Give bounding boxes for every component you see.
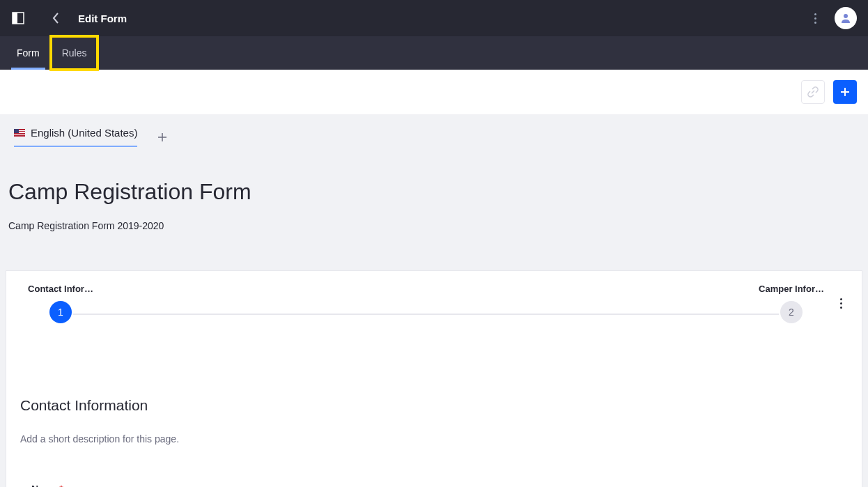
section-description[interactable]: Add a short description for this page. bbox=[20, 433, 848, 445]
svg-rect-1 bbox=[13, 13, 17, 24]
form-card: Contact Infor… 1 Camper Infor… 2 Contact… bbox=[6, 270, 862, 487]
step-2[interactable]: Camper Infor… 2 bbox=[757, 284, 826, 323]
plus-icon bbox=[839, 86, 851, 98]
link-icon bbox=[807, 86, 819, 98]
add-language-button[interactable] bbox=[154, 129, 171, 146]
toolbar bbox=[0, 70, 868, 114]
link-button[interactable] bbox=[801, 80, 825, 104]
more-vertical-icon bbox=[840, 298, 842, 309]
required-indicator: * bbox=[59, 484, 63, 487]
add-button[interactable] bbox=[833, 80, 857, 104]
page-title: Edit Form bbox=[78, 13, 127, 24]
step-circle: 1 bbox=[49, 301, 72, 323]
header-more-button[interactable] bbox=[801, 4, 829, 32]
flag-icon-us bbox=[14, 129, 25, 137]
language-tab-english[interactable]: English (United States) bbox=[14, 127, 137, 147]
tab-rules[interactable]: Rules bbox=[51, 36, 98, 70]
field-label-text: Name bbox=[31, 484, 58, 487]
step-connector bbox=[73, 314, 779, 315]
language-label: English (United States) bbox=[31, 127, 137, 139]
language-tabs: English (United States) bbox=[6, 114, 862, 147]
step-label: Camper Infor… bbox=[759, 284, 824, 294]
tabs-bar: Form Rules bbox=[0, 36, 868, 70]
section-title[interactable]: Contact Information bbox=[20, 397, 848, 414]
back-button[interactable] bbox=[42, 4, 70, 32]
step-1[interactable]: Contact Infor… 1 bbox=[26, 284, 95, 323]
plus-icon bbox=[157, 132, 167, 142]
sidebar-toggle-button[interactable] bbox=[11, 11, 25, 25]
header-bar: Edit Form bbox=[0, 0, 868, 36]
content-area: English (United States) Camp Registratio… bbox=[0, 114, 868, 487]
stepper-more-button[interactable] bbox=[840, 298, 842, 309]
form-subtitle[interactable]: Camp Registration Form 2019-2020 bbox=[6, 205, 862, 231]
sidebar-icon bbox=[12, 12, 24, 24]
svg-point-2 bbox=[844, 14, 848, 18]
form-title[interactable]: Camp Registration Form bbox=[6, 147, 862, 205]
more-vertical-icon bbox=[814, 13, 816, 24]
chevron-left-icon bbox=[52, 13, 59, 24]
section-body: Contact Information Add a short descript… bbox=[6, 343, 862, 487]
tab-form[interactable]: Form bbox=[6, 36, 51, 70]
step-circle: 2 bbox=[780, 301, 803, 323]
stepper: Contact Infor… 1 Camper Infor… 2 bbox=[6, 271, 862, 343]
field-name-label: Name* bbox=[20, 484, 848, 487]
user-avatar-button[interactable] bbox=[835, 7, 857, 29]
user-icon bbox=[840, 13, 851, 24]
step-label: Contact Infor… bbox=[28, 284, 93, 294]
